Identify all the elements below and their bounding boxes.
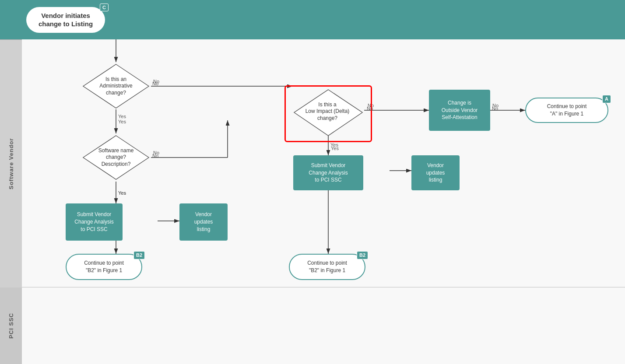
arrow-label-no3: No [367,106,373,111]
arrow-label-no4: No [492,106,498,111]
diamond-admin-change: Is this anAdministrativechange? [81,62,151,110]
end-b2-right-badge: B2 [357,251,368,259]
diamond-admin-change-label: Is this anAdministrativechange? [95,76,137,97]
diamond-low-impact: Is this aLow Impact (Delta)change? [292,88,362,136]
header-bar: Vendor initiateschange to Listing C [0,0,625,39]
arrow-label-yes1: Yes [118,114,126,119]
lane-divider [22,287,625,287]
svg-text:Yes: Yes [118,119,126,124]
pci-ssc-lane-label: PCI SSC [0,287,22,364]
arrow-label-yes2: Yes [118,190,126,196]
diamond-low-impact-label: Is this aLow Impact (Delta)change? [301,102,354,122]
software-vendor-lane-label: Software Vendor [0,39,22,287]
box-outside-vendor: Change isOutside VendorSelf-Attestation [429,90,490,131]
box-submit-bottom-left: Submit VendorChange Analysisto PCI SSC [66,203,123,241]
box-vendor-updates-right: Vendorupdateslisting [411,155,460,190]
diamond-software-name-label: Software namechange?Description? [94,147,138,168]
end-a-badge: A [602,95,611,103]
diagram-container: Vendor initiateschange to Listing C Soft… [0,0,625,364]
arrow-label-no2: No [152,153,158,158]
end-a-label: Continue to point"A" in Figure 1 [547,103,587,118]
end-node-b2-right: Continue to point"B2" in Figure 1 B2 [289,254,365,280]
arrow-label-yes3: Yes [331,146,339,151]
lane-labels: Software Vendor PCI SSC [0,39,22,364]
end-node-b2-left: Continue to point"B2" in Figure 1 B2 [66,254,142,280]
end-node-a: Continue to point"A" in Figure 1 A [525,98,608,123]
end-b2-left-label: Continue to point"B2" in Figure 1 [84,259,124,274]
end-b2-left-badge: B2 [133,251,145,259]
end-b2-right-label: Continue to point"B2" in Figure 1 [307,259,347,274]
diamond-software-name-change: Software namechange?Description? [81,133,151,182]
box-submit-delta: Submit VendorChange Analysisto PCI SSC [293,155,363,190]
start-badge: C [100,4,109,11]
box-vendor-updates-left: Vendorupdateslisting [179,203,228,241]
content-area: Yes Yes No No Yes No No [22,39,625,364]
arrow-label-no1: No [152,81,158,86]
start-node-label: Vendor initiateschange to Listing [39,12,93,28]
start-node: Vendor initiateschange to Listing C [26,7,105,33]
